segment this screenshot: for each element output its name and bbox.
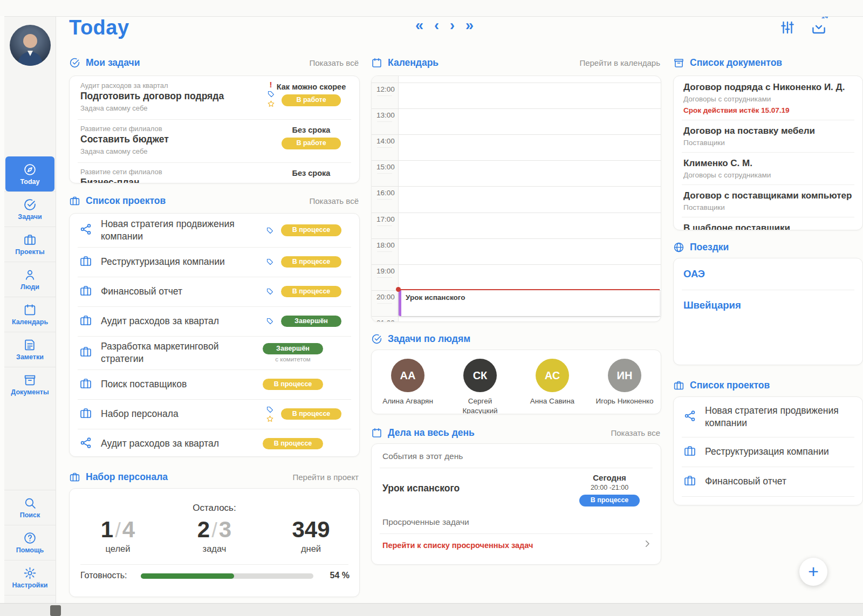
document-row[interactable]: В шаблоне поставщики xyxy=(674,217,862,230)
inbox-button[interactable]: 14 xyxy=(811,19,827,38)
trip-row[interactable]: Швейцария xyxy=(674,290,862,321)
calendar-hour-label: 12:00 xyxy=(376,85,395,93)
person-item[interactable]: СК Сергей Красуцкий xyxy=(444,359,516,414)
inbox-download-icon xyxy=(811,19,827,36)
person-item[interactable]: АА Алина Агварян xyxy=(372,359,444,406)
filter-button[interactable] xyxy=(779,19,796,38)
sidebar-item-notes[interactable]: Заметки xyxy=(4,332,56,367)
project-row[interactable]: Финансовый отчет xyxy=(674,467,862,496)
project-row[interactable]: Реструктуризация компании В процессе xyxy=(70,247,359,277)
sidebar-item-documents[interactable]: Документы xyxy=(4,367,56,402)
go-to-calendar-link[interactable]: Перейти в календарь xyxy=(579,58,660,67)
sidebar-item-tasks[interactable]: Задачи xyxy=(4,191,56,227)
sidebar-item-today[interactable]: Today xyxy=(5,156,54,191)
document-row[interactable]: Клименко С. М. Договоры с сотрудниками xyxy=(674,152,862,184)
project-title: Новая стратегия продвижения компании xyxy=(705,405,851,429)
progress-fill xyxy=(141,573,234,579)
status-badge: В работе xyxy=(282,138,341,149)
person-name: Анна Савина xyxy=(530,396,574,406)
project-row[interactable]: Аудит расходов за квартал Завершён xyxy=(70,306,359,336)
project-row[interactable]: Реструктуризация компании xyxy=(674,437,862,467)
calendar-half-hour-tick xyxy=(377,147,392,148)
task-subtitle: Задача самому себе xyxy=(80,104,147,112)
avatar: АС xyxy=(536,359,569,392)
document-category: Поставщики xyxy=(683,202,853,213)
section-title: Список документов xyxy=(690,57,782,69)
section-title: Список проектов xyxy=(86,195,166,207)
calendar-hour-line xyxy=(372,316,661,317)
trips-card: ОАЭ Швейцария xyxy=(673,258,863,365)
remaining-label: Осталось: xyxy=(70,503,359,514)
prev-page-arrow[interactable]: ‹ xyxy=(434,18,439,33)
sidebar-item-people[interactable]: Люди xyxy=(4,262,56,297)
add-button[interactable]: + xyxy=(799,558,827,586)
task-subtitle: Задача самому себе xyxy=(80,147,147,155)
projects-section-header: Список проектов Показать всё xyxy=(69,194,359,207)
last-page-arrow[interactable]: » xyxy=(465,18,474,33)
project-row[interactable]: Поиск поставщиков В процессе xyxy=(70,369,359,399)
sidebar-item-settings[interactable]: Настройки xyxy=(4,560,56,596)
section-title: Список проектов xyxy=(690,380,770,391)
project-row[interactable]: Разработка маркетинговой стратегии Завер… xyxy=(70,336,359,369)
sidebar-item-label: Проекты xyxy=(15,248,44,256)
show-all-tasks-link[interactable]: Показать всё xyxy=(309,58,359,67)
calendar-half-hour-tick xyxy=(377,121,392,122)
project-row[interactable]: Финансовый отчет В процессе xyxy=(70,277,359,306)
status-badge: В процессе xyxy=(263,379,323,391)
show-all-allday-link[interactable]: Показать все xyxy=(611,428,660,437)
section-title: Набор персонала xyxy=(86,471,168,483)
go-to-project-link[interactable]: Перейти в проект xyxy=(293,473,359,482)
project-row[interactable]: Набор персонала В процессе xyxy=(70,399,359,429)
sidebar-item-projects[interactable]: Проекты xyxy=(4,227,56,262)
calendar-event[interactable]: Урок испанского xyxy=(399,290,660,316)
project-row[interactable]: Новая стратегия продвижения компании xyxy=(674,397,862,437)
project-title: Финансовый отчет xyxy=(101,285,263,298)
project-row[interactable] xyxy=(674,496,862,505)
recruitment-stats: 1/4 целей 2/3 задач 349 дней xyxy=(70,517,359,554)
status-badge: Завершён xyxy=(263,343,323,355)
calendar-icon xyxy=(23,303,37,317)
status-badge: В процессе xyxy=(281,224,341,236)
project-row[interactable]: Аудит расходов за квартал В процессе xyxy=(70,429,359,457)
share-icon xyxy=(79,223,92,236)
progress-percent: 54 % xyxy=(330,571,350,580)
event-color-bar xyxy=(399,290,401,316)
task-row[interactable]: Развитие сети филиалов Составить бюджет … xyxy=(70,119,359,162)
allday-event-title[interactable]: Урок испанского xyxy=(382,483,460,494)
help-icon xyxy=(23,531,37,545)
person-item[interactable]: АС Анна Савина xyxy=(516,359,588,406)
sidebar-item-search[interactable]: Поиск xyxy=(4,490,56,525)
project-title: Аудит расходов за квартал xyxy=(101,315,263,327)
person-item[interactable]: ИН Игорь Никоненко xyxy=(588,359,661,406)
task-project: Развитие сети филиалов xyxy=(80,168,162,176)
sidebar-item-help[interactable]: Помощь xyxy=(4,525,56,560)
calendar-hour-label: 21:00 xyxy=(376,319,395,322)
calendar-grid[interactable]: 12:0013:0014:0015:0016:0017:0018:0019:00… xyxy=(372,76,661,321)
section-title: Задачи по людям xyxy=(388,333,470,345)
stat-value: 2 xyxy=(197,517,210,542)
calendar-hour-label: 17:00 xyxy=(376,215,395,223)
user-avatar[interactable] xyxy=(10,25,51,66)
trip-title: Швейцария xyxy=(683,299,741,311)
check-circle-icon xyxy=(371,333,382,345)
calendar-card: 12:0013:0014:0015:0016:0017:0018:0019:00… xyxy=(371,76,661,322)
check-circle-icon xyxy=(69,57,80,69)
document-row[interactable]: Договор подряда с Никоненко И. Д. Догово… xyxy=(674,76,862,120)
document-row[interactable]: Договор на поставку мебели Поставщики xyxy=(674,120,862,152)
stat-days: 349 дней xyxy=(263,517,359,554)
task-row[interactable]: Развитие сети филиалов Бизнес-план Без с… xyxy=(70,162,359,183)
event-time: 20:00 -21:00 xyxy=(574,484,645,491)
trip-row[interactable]: ОАЭ xyxy=(674,258,862,290)
next-page-arrow[interactable]: › xyxy=(450,18,455,33)
sidebar-item-label: Документы xyxy=(11,388,49,396)
document-row[interactable]: Договор с поставщиками компьютер Поставщ… xyxy=(674,184,862,217)
overdue-tasks-link[interactable]: Перейти к списку просроченных задач xyxy=(382,541,533,550)
avatar: ИН xyxy=(608,359,641,392)
project-row[interactable]: Новая стратегия продвижения компании В п… xyxy=(70,214,359,247)
chevron-right-icon[interactable] xyxy=(642,539,652,551)
section-title: Мои задачи xyxy=(86,57,140,69)
task-row[interactable]: Аудит расходов за квартал Подготовить до… xyxy=(70,76,359,119)
first-page-arrow[interactable]: « xyxy=(415,18,423,33)
show-all-projects-link[interactable]: Показать всё xyxy=(309,196,359,206)
sidebar-item-calendar[interactable]: Календарь xyxy=(4,297,56,332)
